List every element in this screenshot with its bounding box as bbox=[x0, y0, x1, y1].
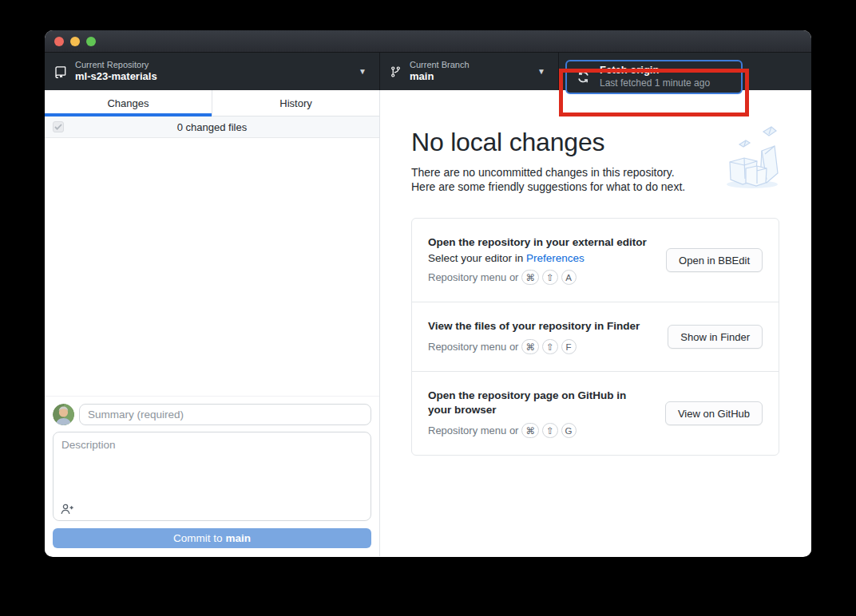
add-coauthor-icon[interactable] bbox=[61, 503, 74, 515]
main-row: Changes History 0 changed files bbox=[45, 90, 811, 556]
toolbar: Current Repository ml-s23-materials ▼ Cu… bbox=[45, 53, 811, 90]
changed-files-count: 0 changed files bbox=[45, 121, 379, 133]
boxes-illustration bbox=[722, 124, 781, 194]
shortcut-line: Repository menu or ⌘ ⇧ G bbox=[428, 423, 652, 438]
fetch-origin-button[interactable]: Fetch origin Last fetched 1 minute ago bbox=[565, 60, 743, 94]
kbd-shift: ⇧ bbox=[542, 423, 558, 438]
fetch-title: Fetch origin bbox=[600, 64, 710, 77]
chevron-down-icon: ▼ bbox=[359, 67, 370, 76]
sidebar-tabs: Changes History bbox=[45, 90, 379, 116]
shortcut-line: Repository menu or ⌘ ⇧ A bbox=[428, 270, 653, 285]
repository-name: ml-s23-materials bbox=[75, 70, 351, 83]
commit-button-branch: main bbox=[226, 532, 252, 544]
page-subtitle: There are no uncommitted changes in this… bbox=[411, 165, 700, 194]
changes-list-empty-area bbox=[45, 138, 379, 396]
changed-files-row: 0 changed files bbox=[45, 116, 379, 138]
suggestion-title: Open the repository in your external edi… bbox=[428, 235, 653, 250]
kbd-letter: F bbox=[561, 339, 577, 354]
github-desktop-window: Current Repository ml-s23-materials ▼ Cu… bbox=[45, 30, 811, 557]
view-on-github-button[interactable]: View on GitHub bbox=[665, 401, 763, 425]
kbd-command: ⌘ bbox=[521, 423, 539, 438]
tab-history[interactable]: History bbox=[212, 90, 379, 116]
tab-history-label: History bbox=[279, 97, 311, 109]
traffic-lights bbox=[54, 37, 96, 46]
suggestion-texts: Open the repository in your external edi… bbox=[428, 235, 666, 285]
commit-summary-row bbox=[53, 404, 371, 425]
sidebar: Changes History 0 changed files bbox=[45, 90, 380, 556]
commit-button[interactable]: Commit to main bbox=[53, 528, 371, 548]
shortcut-prefix: Repository menu or bbox=[428, 424, 518, 436]
kbd-letter: G bbox=[561, 423, 577, 438]
branch-name: main bbox=[410, 70, 529, 83]
commit-button-prefix: Commit to bbox=[173, 532, 223, 544]
suggestion-view-github: Open the repository page on GitHub in yo… bbox=[412, 371, 779, 455]
avatar bbox=[53, 404, 74, 425]
repository-texts: Current Repository ml-s23-materials bbox=[75, 60, 351, 84]
suggestion-show-finder: View the files of your repository in Fin… bbox=[412, 302, 779, 371]
suggestion-title: View the files of your repository in Fin… bbox=[428, 319, 655, 334]
branch-texts: Current Branch main bbox=[410, 60, 529, 84]
description-input[interactable] bbox=[54, 432, 371, 498]
shortcut-prefix: Repository menu or bbox=[428, 271, 518, 283]
suggestion-line: Select your editor in Preferences bbox=[428, 252, 653, 264]
tab-changes[interactable]: Changes bbox=[45, 90, 212, 116]
titlebar bbox=[45, 30, 811, 53]
shortcut-line: Repository menu or ⌘ ⇧ F bbox=[428, 339, 655, 354]
close-window-button[interactable] bbox=[54, 37, 64, 46]
editor-line-prefix: Select your editor in bbox=[428, 252, 526, 264]
git-branch-icon bbox=[390, 65, 402, 78]
zoom-window-button[interactable] bbox=[86, 37, 96, 46]
suggestion-title: Open the repository page on GitHub in yo… bbox=[428, 389, 628, 417]
current-branch-dropdown[interactable]: Current Branch main ▼ bbox=[380, 53, 559, 90]
open-in-bbedit-button[interactable]: Open in BBEdit bbox=[666, 248, 763, 272]
repo-icon bbox=[54, 65, 67, 78]
preferences-link[interactable]: Preferences bbox=[526, 252, 585, 264]
fetch-texts: Fetch origin Last fetched 1 minute ago bbox=[600, 64, 710, 89]
show-in-finder-button[interactable]: Show in Finder bbox=[668, 325, 763, 349]
suggestions-list: Open the repository in your external edi… bbox=[411, 218, 779, 456]
sync-icon bbox=[577, 70, 590, 84]
chevron-down-icon: ▼ bbox=[537, 67, 549, 76]
current-repository-dropdown[interactable]: Current Repository ml-s23-materials ▼ bbox=[45, 53, 380, 90]
suggestion-texts: View the files of your repository in Fin… bbox=[428, 319, 668, 354]
shortcut-prefix: Repository menu or bbox=[428, 341, 518, 353]
kbd-letter: A bbox=[561, 270, 577, 285]
minimize-window-button[interactable] bbox=[70, 37, 80, 46]
no-local-changes-view: No local changes There are no uncommitte… bbox=[380, 90, 811, 556]
commit-form: Commit to main bbox=[45, 396, 379, 556]
summary-input[interactable] bbox=[79, 404, 371, 425]
kbd-shift: ⇧ bbox=[542, 270, 558, 285]
kbd-shift: ⇧ bbox=[542, 339, 558, 354]
suggestion-texts: Open the repository page on GitHub in yo… bbox=[428, 389, 665, 438]
branch-label: Current Branch bbox=[410, 60, 529, 71]
select-all-checkbox[interactable] bbox=[53, 121, 64, 132]
fetch-subtitle: Last fetched 1 minute ago bbox=[600, 77, 710, 90]
description-wrap bbox=[53, 432, 371, 521]
kbd-command: ⌘ bbox=[521, 270, 539, 285]
repository-label: Current Repository bbox=[75, 60, 351, 71]
kbd-command: ⌘ bbox=[521, 339, 539, 354]
suggestion-open-editor: Open the repository in your external edi… bbox=[412, 219, 779, 302]
tab-changes-label: Changes bbox=[107, 97, 149, 109]
